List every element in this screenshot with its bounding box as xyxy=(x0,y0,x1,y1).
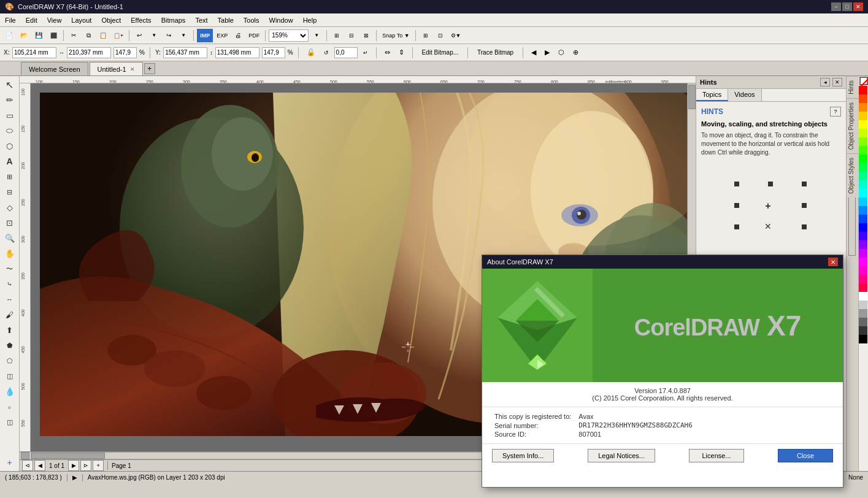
object-properties-side-tab[interactable]: Object Properties xyxy=(847,98,859,153)
palette-color-swatch[interactable] xyxy=(859,249,867,258)
palette-color-swatch[interactable] xyxy=(859,215,867,223)
menu-file[interactable]: File xyxy=(0,15,21,25)
object-styles-side-tab[interactable]: Object Styles xyxy=(847,153,859,197)
fill-tool[interactable]: ⬆ xyxy=(1,323,18,337)
palette-color-swatch[interactable] xyxy=(859,223,867,232)
redo-dropdown[interactable]: ▼ xyxy=(177,29,190,42)
palette-color-swatch[interactable] xyxy=(859,180,867,189)
palette-color-swatch[interactable] xyxy=(859,283,867,292)
about-close-x-btn[interactable]: ✕ xyxy=(828,258,838,266)
hints-help-btn[interactable]: ? xyxy=(830,107,841,117)
menu-table[interactable]: Table xyxy=(213,15,239,25)
print-button[interactable]: 🖨 xyxy=(231,29,245,42)
curve-tool[interactable]: 〜 xyxy=(1,261,18,276)
hints-side-tab[interactable]: Hints xyxy=(847,76,859,98)
text-tool[interactable]: A xyxy=(1,154,18,169)
arrow-right-btn[interactable]: ▶ xyxy=(542,46,553,59)
publish-button[interactable]: PDF xyxy=(246,29,262,42)
palette-color-swatch[interactable] xyxy=(859,206,867,215)
page-prev-btn[interactable]: ◀ xyxy=(34,460,45,471)
snap-options[interactable]: ⊟ xyxy=(345,29,358,42)
rotation-input[interactable] xyxy=(334,47,358,58)
menu-layout[interactable]: Layout xyxy=(66,15,96,25)
selector-tool[interactable]: ↖ xyxy=(1,77,18,92)
menu-effects[interactable]: Effects xyxy=(126,15,156,25)
open-button[interactable]: 📂 xyxy=(17,29,31,42)
blend-tool[interactable]: ⬠ xyxy=(1,353,18,368)
palette-color-swatch[interactable] xyxy=(859,258,867,266)
rectangle-tool[interactable]: ▭ xyxy=(1,108,18,123)
tab-untitled[interactable]: Untitled-1 ✕ xyxy=(90,62,143,75)
import-button[interactable]: IMP xyxy=(197,29,213,42)
angle2-input[interactable] xyxy=(262,47,285,58)
no-fill-swatch[interactable] xyxy=(859,77,868,85)
rotation-btn[interactable]: ↺ xyxy=(321,46,332,59)
palette-color-swatch[interactable] xyxy=(859,94,867,103)
palette-color-swatch[interactable] xyxy=(859,266,867,275)
zoom-crop-btn[interactable]: ⊕ xyxy=(570,46,582,59)
hints-close-btn[interactable]: ✕ xyxy=(832,78,842,86)
undo-dropdown[interactable]: ▼ xyxy=(147,29,161,42)
license-button[interactable]: License... xyxy=(689,449,744,462)
paste-button[interactable]: 📋 xyxy=(96,29,110,42)
save-compact-button[interactable]: ⬛ xyxy=(47,29,60,42)
freehand-tool[interactable]: ✏ xyxy=(1,93,18,107)
about-close-button[interactable]: Close xyxy=(778,449,833,462)
palette-color-swatch[interactable] xyxy=(859,232,867,240)
palette-color-swatch[interactable] xyxy=(859,163,867,172)
guidelines-btn[interactable]: ⊠ xyxy=(359,29,373,42)
crop-tool[interactable]: ⊡ xyxy=(1,215,18,230)
palette-color-swatch[interactable] xyxy=(859,103,867,112)
legal-notices-button[interactable]: Legal Notices... xyxy=(588,449,655,462)
palette-color-swatch[interactable] xyxy=(859,335,867,343)
menu-help[interactable]: Help xyxy=(298,15,322,25)
menu-text[interactable]: Text xyxy=(190,15,212,25)
menu-object[interactable]: Object xyxy=(96,15,126,25)
palette-color-swatch[interactable] xyxy=(859,146,867,155)
redo-button[interactable]: ↪ xyxy=(162,29,175,42)
palette-color-swatch[interactable] xyxy=(859,292,867,301)
palette-color-swatch[interactable] xyxy=(859,275,867,283)
apply-rotation-btn[interactable]: ↵ xyxy=(360,46,371,59)
snap-toggle[interactable]: ⊞ xyxy=(330,29,344,42)
menu-edit[interactable]: Edit xyxy=(21,15,42,25)
tab-close-icon[interactable]: ✕ xyxy=(130,66,135,72)
eyedropper-tool[interactable]: 💧 xyxy=(1,384,18,399)
palette-color-swatch[interactable] xyxy=(859,137,867,146)
palette-color-swatch[interactable] xyxy=(859,155,867,163)
menu-view[interactable]: View xyxy=(42,15,67,25)
palette-color-swatch[interactable] xyxy=(859,189,867,197)
export-button[interactable]: EXP xyxy=(214,29,230,42)
x-input[interactable]: 105,214 mm xyxy=(12,47,56,58)
add-tool-btn[interactable]: + xyxy=(1,455,18,470)
zoom-select[interactable]: 159% 100% 200% 50% xyxy=(269,29,309,42)
palette-color-swatch[interactable] xyxy=(859,112,867,120)
hints-tab-topics[interactable]: Topics xyxy=(696,89,728,101)
smart-fill-tool[interactable]: ⬟ xyxy=(1,338,18,353)
copy-button[interactable]: ⧉ xyxy=(82,29,95,42)
table-tool[interactable]: ⊞ xyxy=(1,169,18,184)
pan-tool[interactable]: ✋ xyxy=(1,246,18,261)
palette-color-swatch[interactable] xyxy=(859,172,867,180)
new-button[interactable]: 📄 xyxy=(2,29,16,42)
palette-color-swatch[interactable] xyxy=(859,129,867,137)
palette-color-swatch[interactable] xyxy=(859,120,867,129)
tab-add-button[interactable]: + xyxy=(144,63,155,74)
lock-ratio-btn[interactable]: 🔓 xyxy=(304,46,318,59)
zoom-tool[interactable]: 🔍 xyxy=(1,231,18,245)
palette-color-swatch[interactable] xyxy=(859,197,867,206)
view-btn1[interactable]: ⊞ xyxy=(419,29,432,42)
shadow-tool[interactable]: ◫ xyxy=(1,415,18,429)
shape-tool[interactable]: ◇ xyxy=(1,200,18,215)
polygon-tool[interactable]: ⬡ xyxy=(1,139,18,153)
page-add-btn[interactable]: + xyxy=(93,460,104,471)
connector-tool[interactable]: ⤷ xyxy=(1,277,18,291)
undo-button[interactable]: ↩ xyxy=(133,29,146,42)
maximize-button[interactable]: □ xyxy=(842,2,852,11)
zoom-dropdown[interactable]: ▼ xyxy=(310,29,323,42)
hints-dock-btn[interactable]: ◂ xyxy=(820,78,830,86)
crop-mask-btn[interactable]: ⬡ xyxy=(555,46,567,59)
palette-color-swatch[interactable] xyxy=(859,301,867,309)
transparency-tool[interactable]: ◫ xyxy=(1,369,18,383)
tab-welcome[interactable]: Welcome Screen xyxy=(21,62,88,75)
